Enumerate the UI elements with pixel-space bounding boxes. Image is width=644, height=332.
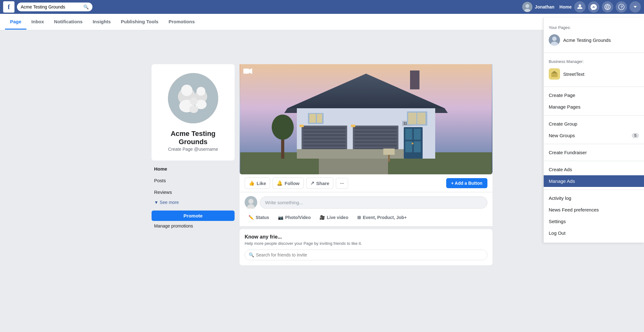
- composer-input[interactable]: Write something...: [260, 196, 487, 209]
- event-action[interactable]: ⊞ Event, Product, Job+: [353, 212, 411, 222]
- tab-inbox[interactable]: Inbox: [26, 14, 49, 30]
- svg-rect-57: [309, 114, 316, 123]
- svg-rect-26: [303, 134, 346, 136]
- tab-insights[interactable]: Insights: [88, 14, 116, 30]
- sidebar-item-posts[interactable]: Posts: [152, 175, 235, 186]
- tab-page[interactable]: Page: [5, 14, 26, 30]
- svg-point-55: [272, 115, 294, 140]
- svg-rect-58: [317, 114, 322, 123]
- dropdown-news-feed-prefs[interactable]: News Feed preferences: [544, 204, 644, 216]
- messenger-icon[interactable]: [588, 1, 599, 13]
- user-name: Jonathan: [535, 4, 554, 9]
- share-icon: ↗: [310, 180, 314, 186]
- svg-point-14: [190, 98, 197, 105]
- divider-1: [544, 53, 644, 53]
- svg-rect-39: [354, 144, 397, 147]
- svg-point-71: [552, 37, 557, 41]
- search-bar[interactable]: 🔍: [17, 3, 92, 11]
- dropdown-create-fundraiser[interactable]: Create Fundraiser: [544, 147, 644, 158]
- manage-promotions-link[interactable]: Manage promotions: [152, 221, 235, 231]
- friends-search-input[interactable]: [256, 252, 483, 257]
- streettext-name: StreetText: [563, 71, 585, 77]
- svg-rect-35: [354, 131, 397, 133]
- svg-rect-73: [551, 73, 558, 77]
- see-more-link[interactable]: ▼ See more: [152, 198, 235, 207]
- tab-publishing-tools[interactable]: Publishing Tools: [116, 14, 164, 30]
- svg-rect-47: [414, 141, 421, 152]
- live-video-action[interactable]: 🎥 Live video: [316, 212, 352, 222]
- page-username[interactable]: Create Page @username: [157, 147, 230, 155]
- edit-page-button[interactable]: + Add a Button: [446, 178, 487, 188]
- tab-notifications[interactable]: Notifications: [49, 14, 88, 30]
- dropdown-logout[interactable]: Log Out: [544, 227, 644, 239]
- svg-rect-60: [408, 113, 416, 124]
- cover-photo: 1198: [240, 64, 492, 174]
- sidebar-item-reviews[interactable]: Reviews: [152, 186, 235, 198]
- chevron-down-icon: ▼: [154, 200, 158, 205]
- divider-3: [544, 115, 644, 115]
- photo-video-action[interactable]: 📷 Photo/Video: [274, 212, 314, 222]
- divider-2: [544, 87, 644, 87]
- account-dropdown-icon[interactable]: [630, 1, 641, 13]
- home-link[interactable]: Home: [559, 4, 572, 9]
- friends-search-icon: 🔍: [249, 252, 254, 257]
- svg-rect-50: [351, 125, 355, 127]
- status-action[interactable]: ✏️ Status: [245, 212, 273, 222]
- dropdown-acme-page[interactable]: Acme Testing Grounds: [544, 31, 644, 49]
- like-button[interactable]: 👍 Like: [245, 177, 270, 189]
- more-button[interactable]: ···: [336, 178, 348, 189]
- promote-button[interactable]: Promote: [152, 211, 235, 221]
- know-friends-panel: Know any frie... Help more people discov…: [240, 229, 492, 265]
- dropdown-new-groups[interactable]: New Groups 5: [544, 130, 644, 141]
- pencil-icon: ✏️: [248, 215, 254, 220]
- divider-4: [544, 144, 644, 144]
- video-icon: [243, 68, 252, 76]
- cover-photo-wrapper: 1198: [240, 64, 492, 174]
- streettext-icon: [549, 68, 560, 80]
- friends-search[interactable]: 🔍: [245, 250, 487, 260]
- svg-point-15: [189, 105, 198, 113]
- dropdown-manage-ads[interactable]: Manage Ads: [544, 175, 644, 187]
- tab-promotions[interactable]: Promotions: [164, 14, 200, 30]
- search-input[interactable]: [21, 4, 82, 9]
- friends-icon[interactable]: [574, 1, 586, 13]
- user-profile-link[interactable]: Jonathan: [522, 2, 554, 12]
- divider-6: [544, 189, 644, 190]
- svg-point-48: [412, 143, 414, 144]
- composer-actions: ✏️ Status 📷 Photo/Video 🎥 Live video ⊞ E…: [245, 212, 487, 222]
- dropdown-streettext[interactable]: StreetText: [544, 65, 644, 83]
- svg-point-9: [181, 85, 192, 96]
- dropdown-settings[interactable]: Settings: [544, 216, 644, 227]
- action-bar: 👍 Like 🔔 Follow ↗ Share ··· + Add a Butt…: [240, 174, 492, 192]
- share-button[interactable]: ↗ Share: [306, 177, 334, 189]
- know-friends-title: Know any frie...: [245, 234, 487, 240]
- video-cam-icon: 🎥: [319, 215, 325, 220]
- svg-rect-49: [299, 125, 304, 127]
- svg-marker-66: [249, 68, 252, 74]
- svg-rect-65: [243, 69, 249, 74]
- sidebar-item-home[interactable]: Home: [152, 163, 235, 175]
- dropdown-activity-log[interactable]: Activity log: [544, 192, 644, 204]
- post-composer: Write something... ✏️ Status 📷 Photo/Vid…: [240, 192, 492, 227]
- account-dropdown: Your Pages: Acme Testing Grounds Busines…: [543, 18, 644, 243]
- svg-rect-64: [383, 149, 395, 155]
- your-pages-section: Your Pages: Acme Testing Grounds: [544, 21, 644, 50]
- new-groups-badge: 5: [632, 133, 639, 138]
- svg-marker-74: [551, 71, 558, 73]
- dropdown-create-ads[interactable]: Create Ads: [544, 164, 644, 175]
- follow-button[interactable]: 🔔 Follow: [273, 177, 304, 189]
- dropdown-create-page[interactable]: Create Page: [544, 89, 644, 101]
- svg-rect-24: [303, 127, 346, 129]
- composer-avatar: [245, 196, 257, 209]
- globe-icon[interactable]: [602, 1, 613, 13]
- follow-icon: 🔔: [277, 180, 283, 186]
- svg-rect-27: [303, 138, 346, 140]
- dropdown-create-group[interactable]: Create Group: [544, 118, 644, 130]
- divider-5: [544, 161, 644, 161]
- acme-page-name: Acme Testing Grounds: [563, 37, 611, 43]
- left-sidebar: Acme Testing Grounds Create Page @userna…: [149, 64, 237, 265]
- svg-point-1: [525, 4, 529, 8]
- help-icon[interactable]: ?: [616, 1, 627, 13]
- user-avatar: [522, 2, 532, 12]
- dropdown-manage-pages[interactable]: Manage Pages: [544, 101, 644, 113]
